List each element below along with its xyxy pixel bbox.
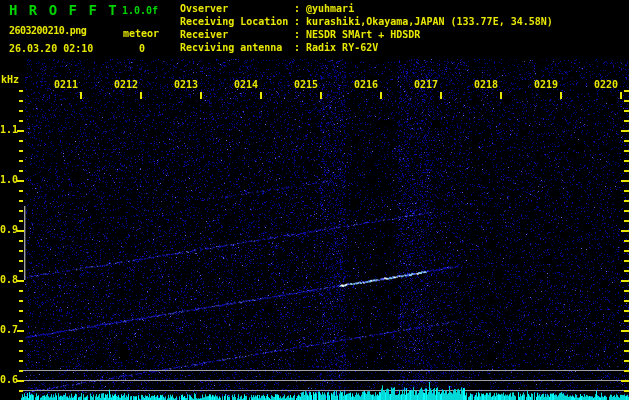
freq-minor-tick-right (624, 210, 629, 212)
info-colon: : (294, 15, 306, 28)
freq-major-tick (17, 380, 24, 382)
freq-minor-tick (19, 340, 23, 342)
info-label: Receiving Location (180, 15, 294, 28)
app-title: H R O F F T (9, 2, 118, 18)
freq-minor-tick-right (624, 270, 629, 272)
time-tick (440, 92, 442, 99)
freq-minor-tick-right (624, 310, 629, 312)
freq-minor-tick (19, 120, 23, 122)
freq-minor-tick-right (624, 370, 629, 372)
info-row: Recviving antenna:Radix RY-62V (180, 41, 553, 54)
freq-minor-tick-right (624, 240, 629, 242)
freq-minor-tick (19, 190, 23, 192)
freq-axis-unit: kHz (1, 74, 19, 85)
info-row: Receiver:NESDR SMArt + HDSDR (180, 28, 553, 41)
time-tick (80, 92, 82, 99)
freq-minor-tick (19, 350, 23, 352)
time-label: 0219 (534, 79, 558, 90)
time-tick (140, 92, 142, 99)
freq-major-tick-right (621, 330, 629, 332)
freq-minor-tick-right (624, 140, 629, 142)
freq-major-tick (17, 180, 24, 182)
info-row: Receiving Location:kurashiki,Okayama,JAP… (180, 15, 553, 28)
freq-major-tick-right (621, 380, 629, 382)
freq-minor-tick-right (624, 110, 629, 112)
time-label: 0211 (54, 79, 78, 90)
time-label: 0212 (114, 79, 138, 90)
time-label: 0216 (354, 79, 378, 90)
date-time: 26.03.20 02:10 (9, 43, 93, 54)
freq-minor-tick (19, 150, 23, 152)
info-value: NESDR SMArt + HDSDR (306, 28, 420, 41)
freq-minor-tick-right (624, 220, 629, 222)
freq-label: 0.8 (0, 274, 16, 285)
time-tick (560, 92, 562, 99)
time-label: 0215 (294, 79, 318, 90)
freq-major-tick-right (621, 130, 629, 132)
freq-minor-tick (19, 240, 23, 242)
freq-minor-tick-right (624, 340, 629, 342)
freq-label: 1.0 (0, 174, 16, 185)
freq-major-tick-right (621, 280, 629, 282)
freq-minor-tick (19, 100, 23, 102)
freq-minor-tick (19, 260, 23, 262)
output-filename: 2603200210.png (9, 25, 86, 36)
time-label: 0213 (174, 79, 198, 90)
info-value: kurashiki,Okayama,JAPAN (133.77E, 34.58N… (306, 15, 553, 28)
time-label: 0220 (594, 79, 618, 90)
freq-minor-tick (19, 360, 23, 362)
freq-minor-tick (19, 290, 23, 292)
freq-minor-tick (19, 200, 23, 202)
freq-minor-tick (19, 170, 23, 172)
freq-minor-tick (19, 390, 23, 392)
freq-minor-tick-right (624, 360, 629, 362)
time-tick (620, 92, 622, 99)
freq-minor-tick (19, 320, 23, 322)
freq-minor-tick (19, 140, 23, 142)
time-label: 0217 (414, 79, 438, 90)
freq-minor-tick (19, 110, 23, 112)
freq-major-tick-right (621, 230, 629, 232)
freq-minor-tick-right (624, 120, 629, 122)
freq-minor-tick (19, 220, 23, 222)
freq-minor-tick (19, 210, 23, 212)
freq-label: 0.6 (0, 374, 16, 385)
freq-minor-tick-right (624, 260, 629, 262)
freq-minor-tick (19, 250, 23, 252)
hrofft-window: H R O F F T 1.0.0f 2603200210.png meteor… (0, 0, 629, 400)
info-colon: : (294, 41, 306, 54)
freq-major-tick (17, 280, 24, 282)
app-version: 1.0.0f (122, 5, 158, 16)
info-colon: : (294, 2, 306, 15)
info-label: Recviving antenna (180, 41, 294, 54)
time-label: 0214 (234, 79, 258, 90)
freq-major-tick (17, 230, 24, 232)
freq-minor-tick (19, 160, 23, 162)
info-value: Radix RY-62V (306, 41, 378, 54)
freq-minor-tick-right (624, 200, 629, 202)
freq-label: 1.1 (0, 124, 16, 135)
freq-minor-tick-right (624, 90, 629, 92)
freq-minor-tick-right (624, 350, 629, 352)
freq-minor-tick-right (624, 300, 629, 302)
freq-minor-tick-right (624, 160, 629, 162)
freq-label: 0.7 (0, 324, 16, 335)
time-tick (260, 92, 262, 99)
time-tick (500, 92, 502, 99)
freq-minor-tick-right (624, 150, 629, 152)
freq-minor-tick-right (624, 250, 629, 252)
time-label: 0218 (474, 79, 498, 90)
freq-minor-tick (19, 270, 23, 272)
info-colon: : (294, 28, 306, 41)
freq-major-tick (17, 330, 24, 332)
freq-minor-tick-right (624, 170, 629, 172)
time-tick (380, 92, 382, 99)
freq-label: 0.9 (0, 224, 16, 235)
info-label: Ovserver (180, 2, 294, 15)
freq-minor-tick-right (624, 390, 629, 392)
freq-minor-tick-right (624, 290, 629, 292)
spectrogram-canvas (0, 0, 629, 400)
freq-minor-tick-right (624, 320, 629, 322)
freq-major-tick (17, 130, 24, 132)
freq-minor-tick (19, 370, 23, 372)
